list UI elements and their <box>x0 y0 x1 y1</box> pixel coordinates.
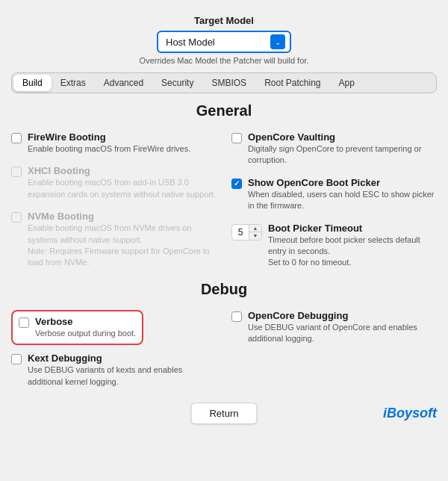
nvme-booting-desc: Enable booting macOS from NVMe drives on… <box>28 223 217 269</box>
verbose-text: Verbose Verbose output during boot. <box>35 316 136 339</box>
debug-section-title: Debug <box>11 281 437 298</box>
kext-debugging-name: Kext Debugging <box>28 353 217 364</box>
boot-picker-timeout-desc: Timeout before boot picker selects defau… <box>268 235 437 269</box>
show-boot-picker-text: Show OpenCore Boot Picker When disabled,… <box>248 177 437 212</box>
spinner-down-button[interactable]: ▼ <box>249 232 261 240</box>
tab-build[interactable]: Build <box>13 75 52 91</box>
target-model-subtitle: Overrides Mac Model the Patcher will bui… <box>0 56 448 65</box>
xhci-booting-desc: Enable booting macOS from add-in USB 3.0… <box>28 177 217 200</box>
opencore-vaulting-item: OpenCore Vaulting Digitally sign OpenCor… <box>231 131 437 167</box>
kext-debugging-checkbox[interactable] <box>11 354 22 364</box>
target-model-label: Target Model <box>0 15 448 26</box>
verbose-checkbox[interactable] <box>19 317 29 328</box>
host-model-select[interactable]: Host Model ⌄ <box>157 31 291 53</box>
opencore-vaulting-name: OpenCore Vaulting <box>248 131 437 143</box>
tabs-bar: Build Extras Advanced Security SMBIOS Ro… <box>11 72 437 93</box>
target-model-section: Target Model Host Model ⌄ Overrides Mac … <box>0 15 448 65</box>
spinner-up-button[interactable]: ▲ <box>249 225 261 232</box>
tab-extras[interactable]: Extras <box>52 75 95 91</box>
verbose-desc: Verbose output during boot. <box>35 328 136 339</box>
firewire-booting-desc: Enable booting macOS from FireWire drive… <box>28 143 190 155</box>
opencore-vaulting-checkbox[interactable] <box>231 133 242 143</box>
return-wrapper: Return <box>190 403 257 424</box>
select-arrow-icon: ⌄ <box>270 34 285 49</box>
general-right-col: OpenCore Vaulting Digitally sign OpenCor… <box>231 131 437 269</box>
xhci-booting-item: XHCI Booting Enable booting macOS from a… <box>11 165 217 200</box>
debug-right-col: OpenCore Debugging Use DEBUG variant of … <box>231 310 437 388</box>
content-area: General FireWire Booting Enable booting … <box>11 102 437 388</box>
kext-debugging-desc: Use DEBUG variants of kexts and enables … <box>28 364 217 388</box>
bottom-inner: Return iBoysoft <box>11 406 437 421</box>
boot-picker-timeout-item: 5 ▲ ▼ Boot Picker Timeout Timeout before… <box>231 223 437 269</box>
debug-cols: Verbose Verbose output during boot. Kext… <box>11 310 437 388</box>
opencore-debugging-text: OpenCore Debugging Use DEBUG variant of … <box>248 310 437 345</box>
tab-advanced[interactable]: Advanced <box>95 75 152 91</box>
kext-debugging-text: Kext Debugging Use DEBUG variants of kex… <box>28 353 217 388</box>
branding-label: iBoysoft <box>383 406 437 421</box>
show-boot-picker-item: Show OpenCore Boot Picker When disabled,… <box>231 177 437 212</box>
opencore-vaulting-text: OpenCore Vaulting Digitally sign OpenCor… <box>248 131 437 167</box>
tab-security[interactable]: Security <box>152 75 202 91</box>
firewire-booting-checkbox[interactable] <box>11 133 22 143</box>
spinner-arrows: ▲ ▼ <box>249 225 261 240</box>
tab-root-patching[interactable]: Root Patching <box>255 75 329 91</box>
bottom-bar: Return iBoysoft <box>11 406 437 429</box>
opencore-vaulting-desc: Digitally sign OpenCore to prevent tampe… <box>248 143 437 167</box>
show-boot-picker-desc: When disabled, users can hold ESC to sho… <box>248 189 437 212</box>
opencore-debugging-desc: Use DEBUG variant of OpenCore and enable… <box>248 322 437 345</box>
opencore-debugging-name: OpenCore Debugging <box>248 310 437 321</box>
general-section-title: General <box>11 102 437 120</box>
opencore-debugging-checkbox[interactable] <box>231 311 242 322</box>
return-button[interactable]: Return <box>190 403 257 424</box>
general-options-row: FireWire Booting Enable booting macOS fr… <box>11 131 437 269</box>
nvme-booting-text: NVMe Booting Enable booting macOS from N… <box>28 211 217 269</box>
show-boot-picker-checkbox[interactable] <box>231 179 242 189</box>
nvme-booting-checkbox[interactable] <box>11 212 22 223</box>
tab-app[interactable]: App <box>330 75 364 91</box>
opencore-debugging-item: OpenCore Debugging Use DEBUG variant of … <box>231 310 437 345</box>
verbose-wrapper: Verbose Verbose output during boot. <box>11 310 217 345</box>
spinner-value: 5 <box>232 226 249 239</box>
debug-left-col: Verbose Verbose output during boot. Kext… <box>11 310 217 388</box>
verbose-item: Verbose Verbose output during boot. <box>11 310 143 345</box>
nvme-booting-item: NVMe Booting Enable booting macOS from N… <box>11 211 217 269</box>
tab-smbios[interactable]: SMBIOS <box>202 75 255 91</box>
xhci-booting-text: XHCI Booting Enable booting macOS from a… <box>28 165 217 200</box>
verbose-name: Verbose <box>35 316 136 327</box>
firewire-booting-name: FireWire Booting <box>28 131 190 143</box>
select-value: Host Model <box>166 37 215 48</box>
boot-picker-timeout-text: Boot Picker Timeout Timeout before boot … <box>268 223 437 269</box>
kext-debugging-item: Kext Debugging Use DEBUG variants of kex… <box>11 353 217 388</box>
show-boot-picker-name: Show OpenCore Boot Picker <box>248 177 437 188</box>
xhci-booting-checkbox[interactable] <box>11 167 22 177</box>
boot-picker-timeout-spinner[interactable]: 5 ▲ ▼ <box>231 224 262 241</box>
firewire-booting-text: FireWire Booting Enable booting macOS fr… <box>28 131 190 155</box>
firewire-booting-item: FireWire Booting Enable booting macOS fr… <box>11 131 217 155</box>
xhci-booting-name: XHCI Booting <box>28 165 217 176</box>
boot-picker-timeout-name: Boot Picker Timeout <box>268 223 437 234</box>
nvme-booting-name: NVMe Booting <box>28 211 217 222</box>
general-left-col: FireWire Booting Enable booting macOS fr… <box>11 131 217 269</box>
debug-section: Debug Verbose Verbose output during boot… <box>11 281 437 388</box>
